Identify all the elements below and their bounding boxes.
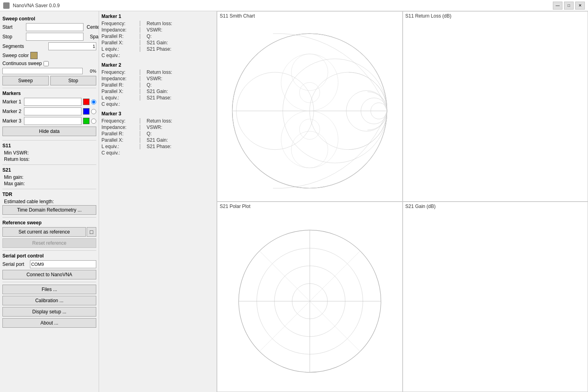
marker3-sep2 (140, 125, 140, 130)
marker3-color[interactable] (83, 118, 89, 124)
stop-input[interactable] (26, 33, 83, 41)
marker2-frequency-label: Frequency: (101, 69, 137, 75)
marker3-impedance-label: Impedance: (101, 125, 137, 130)
s11-smith-chart-title: S11 Smith Chart (217, 12, 402, 20)
app-title: NanoVNA Saver 0.0.9 (13, 3, 60, 8)
marker3-vswr-label: VSWR: (147, 125, 162, 130)
svg-point-13 (291, 131, 328, 168)
marker2-sep4 (140, 89, 140, 94)
marker3-sep1 (140, 118, 140, 124)
marker2-parallel-r-label: Parallel R: (101, 82, 137, 88)
marker1-radio[interactable] (91, 99, 96, 105)
close-button[interactable]: ✕ (575, 2, 585, 10)
marker2-sep5 (140, 95, 140, 101)
files-button[interactable]: Files ... (2, 285, 96, 294)
s11-smith-chart-content (217, 20, 402, 201)
marker2-frequency-row: Frequency: Return loss: (101, 69, 214, 75)
marker2-input[interactable] (24, 107, 81, 115)
start-label: Start (2, 24, 24, 30)
svg-point-12 (291, 54, 328, 91)
about-button[interactable]: About ... (2, 318, 96, 328)
s11-return-loss-row: Return loss: (2, 156, 96, 162)
set-current-reference-button[interactable]: Set current as reference (2, 227, 86, 237)
marker2-parallel-r-row: Parallel R: Q: (101, 82, 214, 88)
continuous-sweep-checkbox[interactable] (44, 61, 49, 66)
marker3-return-loss-label: Return loss: (147, 118, 172, 124)
marker3-l-equiv-row: L equiv.: S21 Phase: (101, 144, 214, 149)
s21-gain-title: S21 Gain (dB) (403, 202, 588, 211)
s21-polar-title: S21 Polar Plot (217, 202, 402, 211)
marker2-color[interactable] (83, 108, 89, 115)
marker3-input[interactable] (24, 117, 81, 125)
calibration-button[interactable]: Calibration ... (2, 296, 96, 305)
s21-min-gain-row: Min gain: (2, 174, 96, 180)
marker2-l-equiv-label: L equiv.: (101, 95, 137, 101)
marker2-parallel-x-row: Parallel X: S21 Gain: (101, 89, 214, 94)
sweep-buttons: Sweep Stop (2, 76, 96, 85)
marker1-l-equiv-label: L equiv.: (101, 46, 137, 52)
maximize-button[interactable]: □ (564, 2, 574, 10)
reference-color-button[interactable]: □ (87, 227, 96, 237)
continuous-sweep-row: Continuous sweep (2, 61, 96, 66)
connect-button[interactable]: Connect to NanoVNA (2, 270, 96, 279)
marker1-return-loss-label: Return loss: (147, 21, 172, 26)
marker1-label: Marker 1 (2, 99, 22, 105)
marker3-radio[interactable] (91, 119, 96, 124)
s11-min-vswr-label: Min VSWR: (4, 150, 29, 156)
marker3-frequency-row: Frequency: Return loss: (101, 118, 214, 124)
marker3-sep4 (140, 137, 140, 143)
marker2-sep3 (140, 82, 140, 88)
marker1-input[interactable] (24, 98, 81, 106)
tdr-button[interactable]: Time Domain Reflectometry ... (2, 205, 96, 215)
sweep-color-swatch[interactable] (30, 52, 38, 59)
marker1-sep1 (140, 21, 140, 26)
marker1-s21-phase-label: S21 Phase: (147, 46, 171, 52)
s21-gain-content (403, 211, 588, 392)
marker2-q-label: Q: (147, 82, 152, 88)
sweep-color-row: Sweep color (2, 52, 96, 59)
progress-bar (2, 68, 83, 74)
marker3-sep5 (140, 144, 140, 149)
stop-row: Stop Span (2, 33, 96, 41)
minimize-button[interactable]: — (553, 2, 562, 10)
serial-port-input[interactable] (30, 260, 96, 268)
marker3-data-section: Marker 3 Frequency: Return loss: Impedan… (101, 111, 214, 156)
marker1-parallel-r-row: Parallel R: Q: (101, 34, 214, 39)
marker3-parallel-r-label: Parallel R: (101, 131, 137, 137)
marker1-sep2 (140, 27, 140, 33)
stop-button[interactable]: Stop (50, 76, 97, 85)
left-panel: Sweep control Start Center Stop Span Seg… (0, 11, 99, 392)
marker1-vswr-label: VSWR: (147, 27, 162, 33)
marker3-row: Marker 3 (2, 117, 96, 125)
hide-data-button[interactable]: Hide data (2, 127, 96, 136)
s21-section: S21 Min gain: Max gain: (2, 167, 96, 186)
marker1-parallel-r-label: Parallel R: (101, 34, 137, 39)
svg-point-14 (300, 82, 320, 103)
app-icon (3, 2, 10, 9)
marker1-color[interactable] (83, 99, 89, 105)
tdr-cable-label: Estimated cable length: (4, 199, 54, 204)
marker3-parallel-x-label: Parallel X: (101, 137, 137, 143)
marker2-parallel-x-label: Parallel X: (101, 89, 137, 94)
marker3-impedance-row: Impedance: VSWR: (101, 125, 214, 130)
display-setup-button[interactable]: Display setup ... (2, 307, 96, 317)
span-label: Span (85, 34, 99, 40)
sweep-button[interactable]: Sweep (2, 76, 49, 85)
marker2-s21-phase-label: S21 Phase: (147, 95, 171, 101)
s21-max-gain-label: Max gain: (4, 181, 25, 186)
marker3-label: Marker 3 (2, 118, 22, 124)
window-controls: — □ ✕ (553, 2, 585, 10)
progress-row: 0% (2, 68, 96, 74)
sweep-control-title: Sweep control (2, 16, 96, 22)
marker2-sep2 (140, 76, 140, 81)
start-input[interactable] (26, 23, 83, 31)
reference-sweep-title: Reference sweep (2, 220, 96, 226)
reset-reference-button[interactable]: Reset reference (2, 238, 96, 248)
marker2-radio[interactable] (91, 109, 96, 114)
segments-input[interactable] (48, 42, 96, 50)
s21-polar-plot-panel: S21 Polar Plot (217, 202, 403, 392)
start-row: Start Center (2, 23, 96, 31)
marker3-frequency-label: Frequency: (101, 118, 137, 124)
continuous-sweep-label: Continuous sweep (2, 61, 42, 66)
marker1-l-equiv-row: L equiv.: S21 Phase: (101, 46, 214, 52)
